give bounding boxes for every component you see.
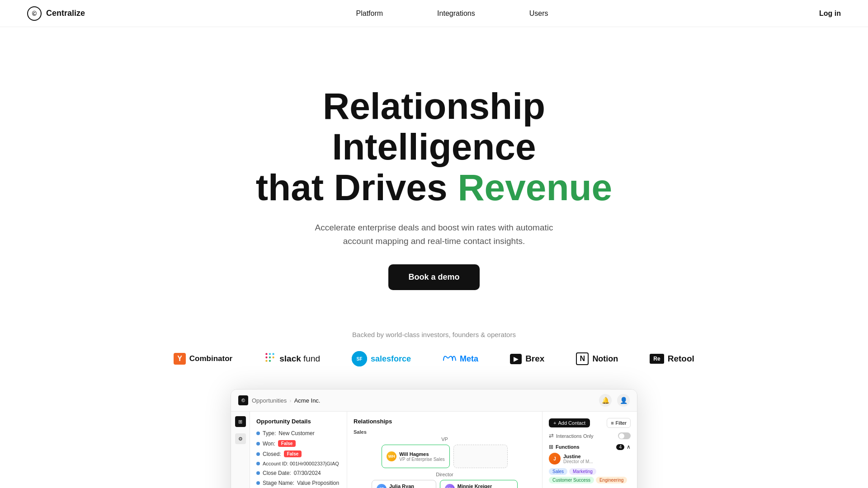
hero-headline: Relationship Intelligence that Drives Re… — [231, 86, 637, 208]
detail-dot-date — [256, 471, 260, 475]
tag-sales: Sales — [549, 468, 567, 475]
julia-info: Julia Ryan Director of Mid Sales — [389, 483, 431, 488]
detail-type-label: Type: — [263, 430, 276, 436]
minnie-avatar: MK — [445, 484, 455, 488]
detail-stage-value: Value Proposition — [297, 480, 339, 486]
functions-tags: Sales Marketing Customer Success Enginee… — [549, 468, 631, 483]
notion-logo: N Notion — [576, 352, 618, 365]
opportunity-details-panel: Opportunity Details Type: New Customer W… — [250, 412, 347, 488]
headline-line2-black: that Drives — [256, 167, 448, 208]
salesforce-label: salesforce — [371, 354, 411, 364]
functions-count: 4 — [616, 444, 624, 450]
rel-section-sales: Sales VP WH Will Hagmes VP of Enterprise… — [354, 429, 536, 468]
app-body: ⊞ ⚙ Opportunity Details Type: New Custom… — [231, 412, 637, 488]
retool-label: Retool — [668, 354, 694, 364]
rel-card-will: WH Will Hagmes VP of Enterprise Sales — [382, 445, 449, 468]
filter-button[interactable]: ≡ Filter — [607, 418, 631, 428]
add-contact-label: Add Contact — [558, 420, 585, 426]
book-demo-button[interactable]: Book a demo — [388, 264, 479, 290]
contacts-panel: + Add Contact ≡ Filter ⇄ Interactions On… — [542, 412, 637, 488]
salesforce-logo: SF salesforce — [352, 351, 411, 366]
topbar-icons: 🔔 👤 — [599, 394, 630, 407]
logo[interactable]: © Centralize — [27, 6, 85, 21]
backers-label: Backed by world-class investors, founder… — [0, 331, 868, 338]
director-label: Director — [354, 472, 536, 477]
will-info: Will Hagmes VP of Enterprise Sales — [399, 451, 444, 462]
functions-contact-name: Justine — [563, 454, 593, 459]
svg-text:SF: SF — [357, 357, 363, 362]
will-avatar: WH — [387, 451, 396, 461]
detail-date-value: 07/30/2024 — [294, 470, 321, 476]
slack-icon — [264, 352, 276, 366]
detail-account-label: Account ID: 001Hr00002337jGIAQ — [263, 461, 339, 466]
detail-won-badge: False — [278, 440, 296, 447]
detail-dot-closed — [256, 452, 260, 456]
hero-section: Relationship Intelligence that Drives Re… — [0, 27, 868, 308]
empty-card-vp — [453, 445, 508, 468]
slack-logo: slack fund — [264, 352, 320, 366]
nav-integrations[interactable]: Integrations — [437, 9, 475, 18]
detail-stage: Stage Name: Value Proposition — [256, 480, 340, 486]
tag-marketing: Marketing — [569, 468, 596, 475]
detail-close-date: Close Date: 07/30/2024 — [256, 470, 340, 476]
toggle-knob — [619, 433, 624, 439]
tag-engineering: Engineering — [596, 477, 627, 483]
sidebar-icon-settings[interactable]: ⚙ — [235, 433, 246, 444]
julia-avatar: JR — [377, 484, 387, 488]
nav-platform[interactable]: Platform — [356, 9, 383, 18]
add-icon: + — [553, 420, 556, 426]
breadcrumb-parent: Opportunities — [252, 397, 287, 404]
meta-icon — [443, 353, 456, 365]
functions-filter: ⊞ Functions 4 ∧ J Justine Director of M.… — [549, 444, 631, 483]
app-logo-small: © — [238, 395, 248, 405]
detail-closed: Closed: False — [256, 450, 340, 457]
svg-rect-2 — [265, 353, 267, 355]
detail-dot-account — [256, 462, 260, 465]
sidebar-icon-home[interactable]: ⊞ — [235, 416, 246, 427]
nav-links: Platform Integrations Users — [356, 9, 548, 18]
will-role: VP of Enterprise Sales — [399, 457, 444, 462]
detail-closed-label: Closed: — [263, 451, 281, 457]
backer-logos-container: Y Combinator slack fund — [0, 351, 868, 366]
rel-card-julia: JR Julia Ryan Director of Mid Sales — [372, 480, 436, 488]
functions-title-group: ⊞ Functions — [549, 444, 580, 450]
director-cards-row: JR Julia Ryan Director of Mid Sales MK M… — [354, 480, 536, 488]
brex-logo: ▶ Brex — [510, 354, 544, 364]
notion-icon: N — [576, 352, 589, 365]
app-sidebar: ⊞ ⚙ — [231, 412, 250, 488]
detail-closed-badge: False — [284, 450, 302, 457]
retool-logo: Re Retool — [650, 354, 694, 364]
detail-dot-stage — [256, 481, 260, 485]
detail-dot — [256, 432, 260, 435]
interactions-icon-group: ⇄ Interactions Only — [549, 432, 594, 439]
svg-rect-8 — [265, 360, 267, 362]
svg-rect-1 — [265, 357, 267, 358]
interactions-label: Interactions Only — [556, 433, 594, 439]
app-frame: © Opportunities › Acme Inc. 🔔 👤 ⊞ ⚙ — [231, 389, 637, 488]
add-contact-button[interactable]: + Add Contact — [549, 418, 590, 427]
app-preview-section: © Opportunities › Acme Inc. 🔔 👤 ⊞ ⚙ — [0, 380, 868, 488]
functions-contact-row: J Justine Director of M... — [549, 453, 631, 465]
detail-type-value: New Customer — [278, 430, 314, 436]
functions-title: Functions — [556, 444, 580, 450]
backers-section: Backed by world-class investors, founder… — [0, 308, 868, 380]
interactions-toggle[interactable] — [618, 432, 631, 439]
detail-type: Type: New Customer — [256, 430, 340, 436]
filter-label: Filter — [616, 420, 627, 426]
vp-cards-row: WH Will Hagmes VP of Enterprise Sales — [354, 445, 536, 468]
notification-icon[interactable]: 🔔 — [599, 394, 612, 407]
svg-rect-7 — [273, 357, 274, 358]
brex-icon: ▶ — [510, 354, 522, 364]
nav-users[interactable]: Users — [529, 9, 548, 18]
app-topbar: © Opportunities › Acme Inc. 🔔 👤 — [231, 389, 637, 412]
user-avatar-icon[interactable]: 👤 — [617, 394, 630, 407]
meta-logo: Meta — [443, 353, 478, 365]
rel-section-director: Director JR Julia Ryan Director of Mid S… — [354, 472, 536, 488]
functions-expand-icon[interactable]: ∧ — [627, 444, 631, 450]
functions-contact-info: Justine Director of M... — [563, 454, 593, 464]
headline-line2-green: Revenue — [458, 167, 612, 208]
hero-subtext: Accelerate enterprise deals and boost wi… — [312, 221, 556, 249]
functions-contact-role: Director of M... — [563, 459, 593, 464]
breadcrumb-separator: › — [289, 397, 291, 404]
login-button[interactable]: Log in — [819, 9, 841, 18]
